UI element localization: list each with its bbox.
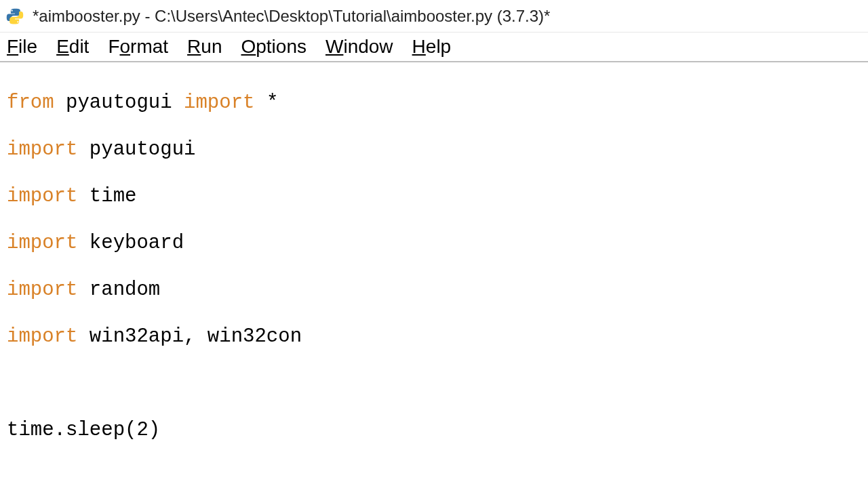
menu-options[interactable]: Options (241, 36, 307, 58)
code-line: from pyautogui import * (7, 92, 861, 115)
svg-point-0 (11, 9, 12, 11)
menu-help[interactable]: Help (412, 36, 452, 58)
window-title: *aimbooster.py - C:\Users\Antec\Desktop\… (33, 7, 550, 26)
code-line: import keyboard (7, 232, 861, 256)
code-line: import time (7, 185, 861, 209)
code-line: import random (7, 279, 861, 302)
code-line: import win32api, win32con (7, 325, 861, 349)
titlebar: *aimbooster.py - C:\Users\Antec\Desktop\… (0, 0, 868, 33)
menu-window[interactable]: Window (326, 36, 393, 58)
code-line: time.sleep(2) (7, 419, 861, 443)
code-line (7, 372, 861, 396)
code-line (7, 466, 861, 489)
menu-file[interactable]: File (7, 36, 37, 58)
idle-icon (5, 7, 24, 26)
svg-point-1 (17, 21, 18, 22)
menu-format[interactable]: Format (108, 36, 168, 58)
code-line: import pyautogui (7, 138, 861, 162)
menubar: File Edit Format Run Options Window Help (0, 33, 868, 62)
menu-run[interactable]: Run (187, 36, 222, 58)
code-editor[interactable]: from pyautogui import * import pyautogui… (0, 62, 868, 488)
menu-edit[interactable]: Edit (56, 36, 89, 58)
